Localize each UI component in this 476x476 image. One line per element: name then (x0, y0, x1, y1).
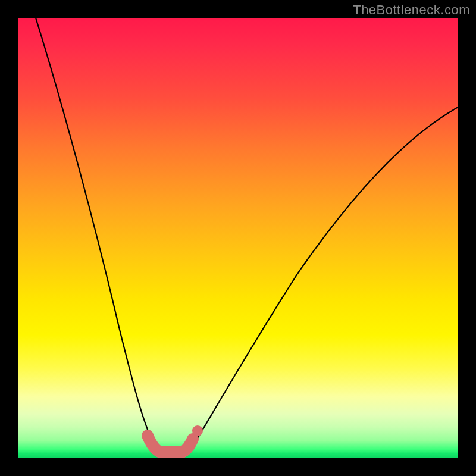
optimal-range-marker (148, 436, 193, 452)
chart-frame: TheBottleneck.com (0, 0, 476, 476)
chart-plot-area (18, 18, 458, 458)
chart-svg (18, 18, 458, 458)
bottleneck-curve (36, 18, 458, 457)
watermark-text: TheBottleneck.com (353, 2, 470, 18)
marker-dot (192, 425, 203, 436)
